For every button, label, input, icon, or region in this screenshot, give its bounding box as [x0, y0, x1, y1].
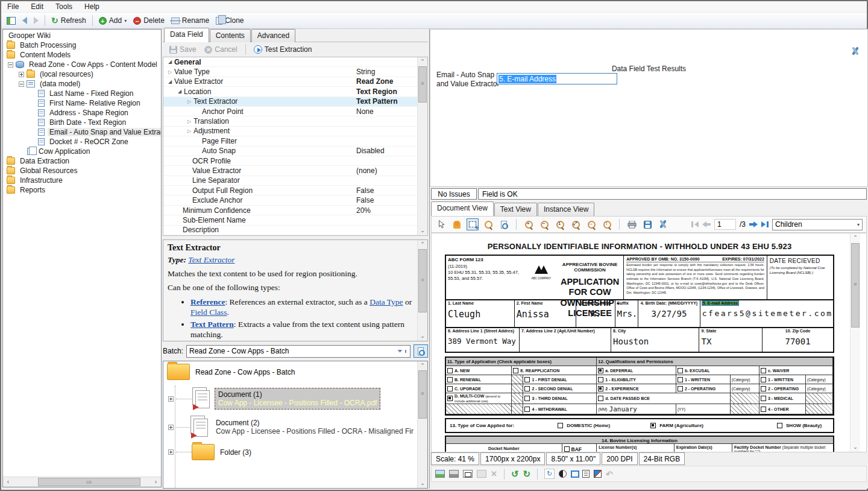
tab-document-view[interactable]: Document View [431, 201, 494, 216]
help-panel-scrollbar[interactable]: ⌃ ⌄ [417, 240, 427, 341]
tab-contents[interactable]: Contents [210, 29, 251, 42]
save-image-button[interactable] [641, 218, 653, 230]
tree-item-content-models[interactable]: Content Models [3, 50, 161, 60]
scrollbar-thumb[interactable]: III [38, 478, 140, 486]
property-row-auto-snap[interactable]: Auto SnapDisabled [163, 147, 417, 156]
page-preview-button[interactable] [498, 218, 510, 230]
text-pattern-link[interactable]: Text Pattern [190, 320, 234, 329]
forward-button[interactable] [31, 15, 42, 26]
property-row-description[interactable]: Description [163, 226, 417, 235]
property-row-general[interactable]: General [163, 57, 417, 67]
scroll-down-arrow[interactable]: ⌄ [418, 226, 427, 235]
tree-horizontal-scrollbar[interactable]: ‹ III › [3, 477, 161, 487]
zoom-select-tool-button[interactable] [482, 218, 494, 230]
tab-data-field[interactable]: Data Field [164, 28, 209, 42]
tree-item-data-extraction[interactable]: Data Extraction [3, 156, 161, 166]
zoom-actual-button[interactable]: 1 [554, 218, 566, 230]
expander-icon[interactable] [185, 99, 193, 104]
property-row-value-extractor-2[interactable]: Value Extractor(none) [163, 166, 417, 176]
zoom-fit-button[interactable]: ⤢ [570, 218, 582, 230]
select-region-tool-button[interactable] [467, 218, 479, 230]
menu-file[interactable]: File [1, 1, 25, 12]
tree-item-read-zone-content-model[interactable]: Read Zone - Cow Apps - Content Model [3, 60, 161, 69]
scrollbar-thumb[interactable] [851, 243, 860, 328]
property-row-text-extractor[interactable]: Text ExtractorText Pattern [163, 97, 417, 107]
scroll-up-arrow[interactable]: ⌃ [418, 57, 427, 66]
document-page[interactable]: PERSONALLY IDENTIFIABLE INFORMATION - WI… [440, 233, 839, 452]
property-row-adjustment[interactable]: Adjustment [163, 127, 417, 136]
delete-button[interactable]: – Delete [130, 14, 168, 27]
data-type-link[interactable]: Data Type [370, 297, 403, 306]
expander-icon[interactable] [166, 79, 174, 84]
batch-combo[interactable]: Read Zone - Cow Apps - Batch [186, 345, 410, 358]
tab-text-view[interactable]: Text View [494, 203, 537, 216]
zoom-out-button[interactable]: − [538, 218, 550, 230]
property-grid-scrollbar[interactable]: ⌃ ⌄ [417, 57, 427, 235]
menu-edit[interactable]: Edit [25, 1, 49, 12]
cancel-button[interactable]: ✕Cancel [201, 43, 240, 55]
tree-item-grooper-wiki[interactable]: Grooper Wiki [3, 31, 161, 40]
contrast-button[interactable] [559, 470, 567, 478]
expander-icon[interactable] [185, 128, 193, 134]
property-row-output-full-region[interactable]: Output Full RegionFalse [163, 186, 417, 195]
batch-item-document-1[interactable]: Document (1)Cow App - Licensee - Positio… [168, 387, 417, 410]
save-button[interactable]: Save [166, 43, 199, 55]
zoom-fit-width-button[interactable]: ↔ [585, 218, 597, 230]
collapse-expander[interactable] [19, 81, 24, 87]
first-page-button[interactable] [691, 221, 699, 227]
tree-item-first-name-field[interactable]: First Name- Relative Region [3, 98, 161, 108]
print-button[interactable] [626, 218, 638, 230]
expander-icon[interactable] [175, 89, 184, 94]
scrollbar-thumb[interactable] [418, 249, 427, 312]
expand-expander[interactable] [168, 449, 174, 455]
property-row-translation[interactable]: Translation [163, 116, 417, 126]
expand-expander[interactable] [19, 72, 24, 77]
add-button[interactable]: + Add ▾ [96, 14, 130, 27]
scroll-left-arrow[interactable]: ‹ [3, 477, 13, 487]
invert-button[interactable] [594, 470, 602, 478]
field-class-link[interactable]: Field Class [190, 308, 227, 317]
property-row-exclude-anchor[interactable]: Exclude AnchorFalse [163, 195, 417, 205]
menu-help[interactable]: Help [78, 1, 105, 12]
tree-item-last-name-field[interactable]: Last Name - Fixed Region [3, 89, 161, 98]
collapse-expander[interactable] [8, 62, 13, 68]
resync-button[interactable]: ↻ [544, 469, 555, 479]
back-button[interactable] [19, 15, 30, 26]
scroll-right-arrow[interactable]: › [151, 477, 161, 487]
batch-item-document-2[interactable]: Document (2)Cow App - Licensee - Positio… [168, 416, 417, 439]
pointer-tool-button[interactable] [435, 218, 447, 230]
expand-expander[interactable] [168, 396, 174, 402]
property-row-ocr-profile[interactable]: OCR Profile [163, 156, 417, 166]
rotate-ccw-button[interactable]: ↺ [511, 470, 519, 478]
scrollbar-thumb[interactable] [418, 370, 427, 419]
tree-item-batch-processing[interactable]: Batch Processing [3, 40, 161, 50]
batch-viewer-toggle-button[interactable] [414, 344, 428, 358]
tree-item-reports[interactable]: Reports [3, 185, 161, 195]
property-row-value-extractor[interactable]: Value ExtractorRead Zone [163, 77, 417, 87]
scope-select[interactable]: Children▾ [772, 219, 863, 230]
pan-tool-button[interactable] [451, 218, 463, 230]
scroll-down-arrow[interactable]: ⌄ [418, 479, 427, 488]
last-page-button[interactable] [761, 221, 769, 227]
test-extraction-button[interactable]: Test Extraction [251, 43, 315, 55]
color-image-button[interactable] [435, 470, 445, 478]
scroll-up-arrow[interactable]: ⌃ [418, 361, 427, 370]
property-row-anchor-point[interactable]: Anchor PointNone [163, 107, 417, 116]
bw-image-button[interactable] [463, 470, 473, 478]
property-row-value-type[interactable]: Value TypeString [163, 67, 417, 77]
field-value-input[interactable]: 5. E-mail Address [497, 73, 617, 84]
document-vertical-scrollbar[interactable]: ⌃ ⌄ [850, 233, 860, 452]
tree-item-global-resources[interactable]: Global Resources [3, 166, 161, 176]
zoom-in-button[interactable]: + [523, 218, 535, 230]
property-row-location[interactable]: LocationText Region [163, 87, 417, 97]
scrollbar-thumb[interactable] [418, 66, 427, 103]
crop-button[interactable] [571, 470, 578, 478]
type-link[interactable]: Text Extractor [188, 255, 234, 264]
next-page-button[interactable] [749, 222, 758, 227]
menu-tools[interactable]: Tools [49, 1, 78, 12]
scroll-up-arrow[interactable]: ⌃ [851, 233, 860, 242]
expander-icon[interactable] [185, 119, 193, 124]
tab-advanced[interactable]: Advanced [251, 29, 295, 42]
settings-tools-icon[interactable] [851, 46, 860, 56]
viewer-tools-button[interactable] [657, 218, 669, 230]
